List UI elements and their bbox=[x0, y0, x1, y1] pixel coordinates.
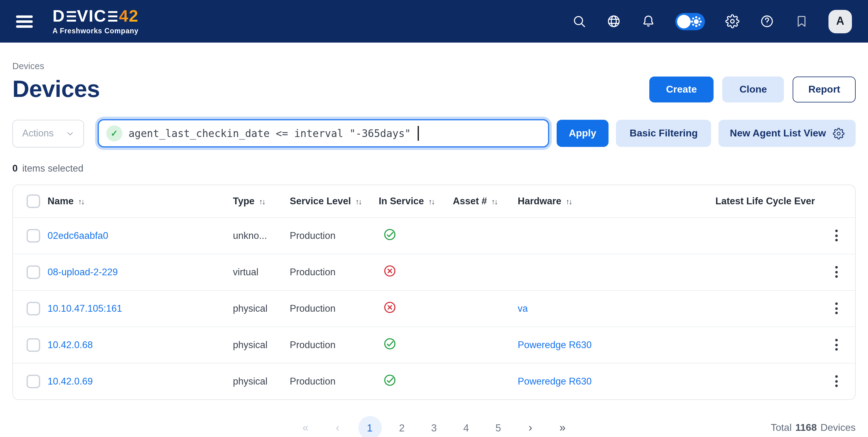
row-checkbox[interactable] bbox=[27, 265, 40, 279]
toggle-knob bbox=[677, 14, 691, 28]
device-type: physical bbox=[233, 303, 268, 313]
settings-icon[interactable] bbox=[725, 14, 740, 29]
device-type: physical bbox=[233, 339, 268, 350]
row-checkbox[interactable] bbox=[27, 229, 40, 242]
hardware-link[interactable]: Poweredge R630 bbox=[518, 339, 592, 350]
table-row: 02edc6aabfa0 unkno... Production bbox=[13, 217, 855, 254]
globe-icon[interactable] bbox=[606, 14, 621, 29]
column-header-service-level[interactable]: Service Level↑↓ bbox=[290, 185, 379, 217]
select-all-checkbox[interactable] bbox=[27, 195, 40, 208]
in-service-status-icon bbox=[379, 373, 397, 387]
service-level: Production bbox=[290, 376, 336, 386]
breadcrumb[interactable]: Devices bbox=[12, 61, 44, 71]
menu-icon[interactable] bbox=[15, 13, 34, 30]
in-service-status-icon bbox=[379, 228, 397, 241]
table-row: 10.10.47.105:161 physical Production va bbox=[13, 290, 855, 327]
pagination-first[interactable]: « bbox=[294, 416, 317, 437]
device-type: physical bbox=[233, 376, 268, 386]
device-name-link[interactable]: 02edc6aabfa0 bbox=[48, 230, 108, 240]
device-type: virtual bbox=[233, 266, 258, 277]
table-header-row: Name↑↓ Type↑↓ Service Level↑↓ In Service… bbox=[13, 185, 855, 217]
clone-button[interactable]: Clone bbox=[722, 76, 784, 102]
sort-icon: ↑↓ bbox=[355, 198, 361, 206]
selection-summary: 0 items selected bbox=[12, 163, 856, 174]
device-name-link[interactable]: 10.42.0.69 bbox=[48, 376, 93, 386]
row-menu-button[interactable] bbox=[831, 226, 841, 245]
basic-filtering-button[interactable]: Basic Filtering bbox=[616, 120, 711, 147]
sort-icon: ↑↓ bbox=[78, 198, 84, 206]
pagination-page-1[interactable]: 1 bbox=[358, 416, 381, 437]
selection-count: 0 bbox=[12, 163, 18, 173]
table-row: 10.42.0.68 physical Production Poweredge… bbox=[13, 327, 855, 363]
sort-icon: ↑↓ bbox=[428, 198, 434, 206]
column-header-in-service[interactable]: In Service↑↓ bbox=[379, 185, 453, 217]
page-title: Devices bbox=[12, 76, 100, 102]
selection-label: items selected bbox=[22, 163, 84, 173]
row-menu-button[interactable] bbox=[831, 372, 841, 391]
device42-logo[interactable]: DVIC42 A Freshworks Company bbox=[53, 8, 139, 35]
in-service-status-icon bbox=[379, 337, 397, 350]
pagination-next[interactable]: › bbox=[519, 416, 542, 437]
pagination-last[interactable]: » bbox=[551, 416, 574, 437]
table-row: 10.42.0.69 physical Production Poweredge… bbox=[13, 363, 855, 399]
column-header-latest-life-cycle: Latest Life Cycle Ever bbox=[715, 185, 817, 217]
logo-tagline: A Freshworks Company bbox=[53, 27, 139, 35]
device-name-link[interactable]: 10.42.0.68 bbox=[48, 339, 93, 350]
apply-button[interactable]: Apply bbox=[556, 120, 609, 147]
service-level: Production bbox=[290, 230, 336, 240]
row-checkbox[interactable] bbox=[27, 302, 40, 315]
hardware-link[interactable]: va bbox=[518, 303, 528, 313]
new-agent-list-view-label: New Agent List View bbox=[730, 128, 826, 139]
column-header-hardware[interactable]: Hardware↑↓ bbox=[518, 185, 715, 217]
chevron-down-icon bbox=[66, 129, 74, 137]
row-checkbox[interactable] bbox=[27, 338, 40, 351]
search-icon[interactable] bbox=[571, 14, 586, 29]
devices-table: Name↑↓ Type↑↓ Service Level↑↓ In Service… bbox=[12, 184, 856, 400]
column-header-asset[interactable]: Asset #↑↓ bbox=[453, 185, 518, 217]
new-agent-list-view-button[interactable]: New Agent List View bbox=[719, 120, 856, 147]
row-checkbox[interactable] bbox=[27, 375, 40, 388]
in-service-status-icon bbox=[379, 300, 397, 314]
filter-query-text: agent_last_checkin_date <= interval "-36… bbox=[128, 128, 411, 139]
service-level: Production bbox=[290, 339, 336, 350]
gear-icon bbox=[833, 128, 844, 139]
pagination-page-3[interactable]: 3 bbox=[422, 416, 446, 437]
filter-valid-icon: ✓ bbox=[106, 125, 122, 141]
pagination-page-5[interactable]: 5 bbox=[487, 416, 510, 437]
sort-icon: ↑↓ bbox=[491, 198, 497, 206]
pagination-page-2[interactable]: 2 bbox=[390, 416, 413, 437]
pagination-page-4[interactable]: 4 bbox=[455, 416, 478, 437]
table-row: 08-upload-2-229 virtual Production bbox=[13, 254, 855, 290]
sort-icon: ↑↓ bbox=[566, 198, 571, 206]
notifications-icon[interactable] bbox=[641, 14, 655, 29]
row-menu-button[interactable] bbox=[831, 299, 841, 318]
sort-icon: ↑↓ bbox=[259, 198, 265, 206]
actions-dropdown[interactable]: Actions bbox=[12, 120, 84, 147]
sun-icon bbox=[694, 19, 699, 24]
hardware-link[interactable]: Poweredge R630 bbox=[518, 376, 592, 386]
pagination-prev[interactable]: ‹ bbox=[326, 416, 349, 437]
in-service-status-icon bbox=[379, 264, 397, 277]
text-cursor bbox=[417, 126, 419, 141]
logo-wordmark: DVIC42 bbox=[53, 8, 139, 25]
service-level: Production bbox=[290, 303, 336, 313]
actions-dropdown-label: Actions bbox=[22, 128, 54, 139]
device-name-link[interactable]: 10.10.47.105:161 bbox=[48, 303, 122, 313]
row-menu-button[interactable] bbox=[831, 335, 841, 354]
service-level: Production bbox=[290, 266, 336, 277]
filter-query-input[interactable]: ✓ agent_last_checkin_date <= interval "-… bbox=[98, 119, 549, 147]
help-icon[interactable] bbox=[759, 14, 774, 29]
pagination: « ‹ 1 2 3 4 5 › » bbox=[294, 416, 574, 437]
device-name-link[interactable]: 08-upload-2-229 bbox=[48, 266, 118, 277]
top-navbar: DVIC42 A Freshworks Company bbox=[0, 0, 868, 42]
device-type: unkno... bbox=[233, 230, 267, 240]
row-menu-button[interactable] bbox=[831, 262, 841, 281]
total-devices: Total 1168 Devices bbox=[771, 422, 856, 433]
report-button[interactable]: Report bbox=[793, 76, 856, 102]
column-header-type[interactable]: Type↑↓ bbox=[233, 185, 290, 217]
avatar[interactable]: A bbox=[829, 9, 852, 33]
bookmark-icon[interactable] bbox=[794, 14, 809, 29]
create-button[interactable]: Create bbox=[649, 76, 714, 102]
theme-toggle[interactable] bbox=[675, 13, 705, 30]
column-header-name[interactable]: Name↑↓ bbox=[48, 185, 233, 217]
